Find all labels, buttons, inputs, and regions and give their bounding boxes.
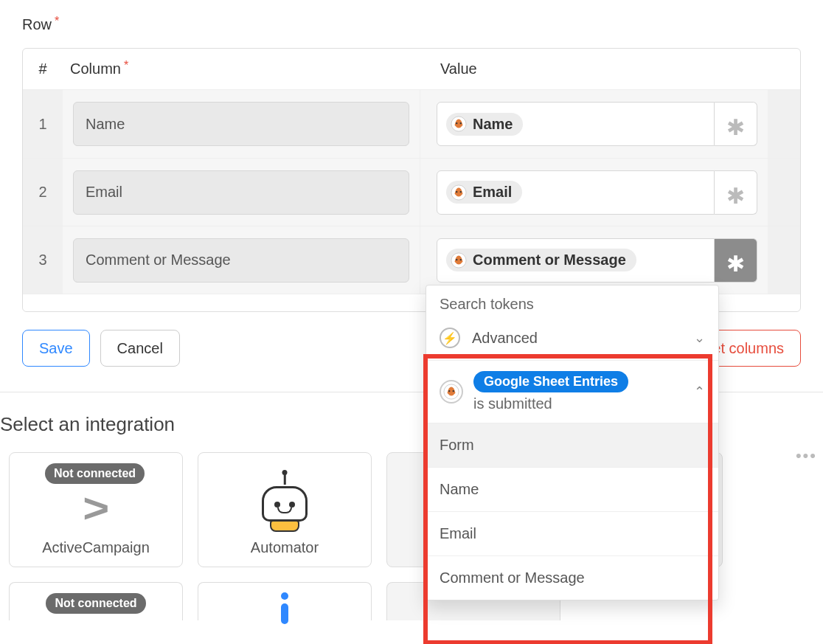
token-group-advanced-label: Advanced [472,330,694,347]
table-row: 1 Name ✱ [23,90,800,158]
asterisk-icon: ✱ [726,117,745,139]
svg-point-1 [456,122,457,124]
not-connected-badge: Not connected [46,593,145,614]
svg-point-4 [456,190,457,192]
token-option[interactable]: Comment or Message [426,556,718,600]
integration-card-partial[interactable] [198,582,372,620]
not-connected-badge: Not connected [45,463,145,484]
section-label-row: Row* [22,16,801,33]
table-row: 2 Email ✱ [23,158,800,226]
token-option[interactable]: Form [426,423,718,468]
integration-card-activecampaign[interactable]: Not connected > ActiveCampaign [9,452,183,567]
svg-point-7 [456,258,457,260]
row-spacer [768,90,800,158]
token-picker-button[interactable]: ✱ [715,238,757,283]
svg-point-13 [453,390,454,392]
token-chip-label: Email [473,184,512,201]
column-name-input[interactable] [73,170,409,215]
svg-rect-10 [281,603,288,624]
header-column: Column* [63,60,420,77]
token-picker-button[interactable]: ✱ [715,102,757,146]
integration-card-title: ActiveCampaign [42,539,150,556]
token-search-input[interactable]: Search tokens [426,285,718,320]
value-token-field[interactable]: Email [437,170,715,215]
token-group-advanced[interactable]: ⚡ Advanced ⌄ [426,320,718,361]
value-token-field[interactable]: Name [437,102,715,146]
token-dropdown: Search tokens ⚡ Advanced ⌄ Google Sheet … [426,285,719,600]
integration-card-partial[interactable]: Not connected [9,582,183,620]
token-option[interactable]: Email [426,512,718,556]
column-name-input[interactable] [73,238,409,283]
svg-point-5 [460,190,462,192]
row-mapping-table: # Column* Value 1 Name [22,48,801,312]
token-chip-label: Name [473,116,513,133]
token-chip[interactable]: Comment or Message [446,249,636,271]
wpforms-icon [451,116,467,132]
row-number: 2 [23,159,63,226]
required-asterisk: * [124,59,128,72]
svg-point-2 [460,122,462,124]
chevron-up-icon: ⌃ [694,384,705,400]
activecampaign-logo-icon: > [83,488,109,529]
token-picker-button[interactable]: ✱ [715,170,757,215]
required-asterisk: * [55,15,59,27]
bolt-icon: ⚡ [440,328,460,348]
table-row: 3 Comment or Message ✱ [23,226,800,294]
header-value: Value [420,60,477,77]
value-token-field[interactable]: Comment or Message [437,238,715,283]
asterisk-icon: ✱ [726,253,745,275]
table-header: # Column* Value [23,49,800,90]
row-spacer [768,226,800,294]
cancel-button[interactable]: Cancel [100,330,180,367]
svg-point-9 [281,592,288,600]
wpforms-icon [440,380,463,404]
token-group-header[interactable]: Google Sheet Entries is submitted ⌃ [426,361,718,423]
chevron-down-icon: ⌄ [694,330,705,346]
column-name-input[interactable] [73,102,409,146]
token-chip[interactable]: Name [446,113,523,136]
svg-point-8 [460,258,462,260]
row-spacer [768,159,800,226]
integration-card-automator[interactable]: Automator [198,452,372,567]
token-group-subtitle: is submitted [473,395,694,412]
save-button[interactable]: Save [22,330,90,367]
integration-logo-icon [266,592,303,624]
svg-point-12 [448,390,450,392]
integration-card-title: Automator [251,539,319,556]
wpforms-icon [451,252,467,269]
automator-logo-icon [262,486,308,532]
wpforms-icon [451,184,467,201]
header-number: # [23,60,63,77]
token-chip[interactable]: Email [446,181,522,204]
token-chip-label: Comment or Message [473,252,626,269]
more-options-icon[interactable]: ••• [796,446,817,465]
token-option[interactable]: Name [426,468,718,512]
asterisk-icon: ✱ [726,185,745,207]
row-number: 3 [23,226,63,294]
row-number: 1 [23,90,63,158]
token-group-pill: Google Sheet Entries [473,371,628,392]
